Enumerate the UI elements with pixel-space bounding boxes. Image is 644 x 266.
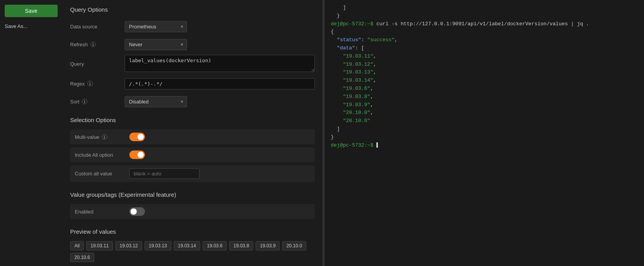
refresh-row: Refresh ℹ Never 5s 10s 30s 1m ▼ (70, 37, 315, 52)
preview-tag: 19.03.9 (256, 241, 280, 250)
query-input[interactable]: label_values(dockerVersion) (125, 55, 315, 72)
custom-all-input[interactable] (129, 168, 199, 179)
preview-tag: 20.10.0 (282, 241, 306, 250)
refresh-label: Refresh ℹ (70, 42, 125, 47)
terminal-line: ] (331, 4, 638, 12)
sort-info-icon[interactable]: ℹ (82, 99, 87, 104)
sort-row: Sort ℹ Disabled Alphabetical (asc) Alpha… (70, 94, 315, 109)
sidebar: Save Save As... (0, 0, 62, 266)
custom-all-row: Custom all value (70, 165, 315, 182)
include-all-thumb (138, 152, 144, 158)
refresh-select[interactable]: Never 5s 10s 30s 1m (125, 39, 187, 50)
terminal-line: "data": [ (331, 44, 638, 52)
data-source-select[interactable]: Prometheus InfluxDB Graphite (125, 21, 187, 32)
regex-control (125, 78, 315, 89)
terminal-line: "19.03.13", (331, 68, 638, 77)
terminal-line: "19.03.11", (331, 52, 638, 61)
sort-select[interactable]: Disabled Alphabetical (asc) Alphabetical… (125, 96, 187, 107)
refresh-select-wrapper: Never 5s 10s 30s 1m ▼ (125, 39, 187, 50)
preview-tags: All19.03.1119.03.1219.03.1319.03.1419.03… (70, 241, 315, 262)
terminal-line: dej@pc-5732:~$ ▌ (331, 142, 638, 150)
terminal-panel: ] }dej@pc-5732:~$ curl -s http://127.0.0… (325, 0, 644, 266)
selection-options-title: Selection Options (70, 117, 315, 123)
terminal-line: ] (331, 125, 638, 133)
terminal-line: "19.03.12", (331, 61, 638, 69)
multi-value-row: Multi-value ℹ (70, 130, 315, 144)
terminal-line: "19.03.14", (331, 77, 638, 85)
data-source-label: Data source (70, 24, 125, 30)
multi-value-label: Multi-value ℹ (75, 134, 129, 140)
include-all-row: Include All option (70, 147, 315, 162)
terminal-line: "status": "success", (331, 36, 638, 44)
multi-value-toggle[interactable] (129, 133, 145, 141)
preview-title: Preview of values (70, 228, 315, 235)
terminal-line: } (331, 133, 638, 142)
preview-tag: 19.03.11 (86, 241, 113, 250)
include-all-toggle[interactable] (129, 150, 145, 159)
preview-tag: 19.03.6 (203, 241, 227, 250)
terminal-line: "19.03.9", (331, 101, 638, 109)
value-groups-section: Value groups/tags (Experimental feature)… (70, 191, 315, 219)
preview-tag: 19.03.14 (174, 241, 201, 250)
regex-row: Regex ℹ (70, 76, 315, 91)
value-groups-title: Value groups/tags (Experimental feature) (70, 191, 315, 198)
query-options-title: Query Options (70, 6, 315, 13)
sort-select-wrapper: Disabled Alphabetical (asc) Alphabetical… (125, 96, 187, 107)
preview-tag: 19.03.8 (229, 241, 253, 250)
preview-tag: 19.03.12 (115, 241, 142, 250)
multi-value-info-icon[interactable]: ℹ (102, 134, 107, 140)
save-button[interactable]: Save (5, 5, 58, 17)
sort-label: Sort ℹ (70, 99, 125, 105)
value-groups-thumb (131, 208, 137, 215)
selection-options-section: Selection Options Multi-value ℹ Include … (70, 117, 315, 182)
custom-all-label: Custom all value (75, 171, 129, 177)
terminal-line: dej@pc-5732:~$ curl -s http://127.0.0.1:… (331, 20, 638, 28)
query-options-section: Query Options Data source Prometheus Inf… (70, 6, 315, 109)
value-groups-enabled-label: Enabled (75, 209, 129, 215)
terminal-line: } (331, 12, 638, 20)
data-source-control: Prometheus InfluxDB Graphite ▼ (125, 21, 315, 32)
terminal-line: "19.03.6", (331, 85, 638, 93)
refresh-info-icon[interactable]: ℹ (90, 42, 96, 47)
regex-input[interactable] (125, 78, 315, 89)
preview-section: Preview of values All19.03.1119.03.1219.… (70, 228, 315, 262)
data-source-select-wrapper: Prometheus InfluxDB Graphite ▼ (125, 21, 187, 32)
regex-label: Regex ℹ (70, 81, 125, 87)
regex-info-icon[interactable]: ℹ (87, 81, 93, 86)
query-control: label_values(dockerVersion) (125, 55, 315, 73)
terminal-line: { (331, 28, 638, 36)
main-content: Query Options Data source Prometheus Inf… (62, 0, 323, 266)
save-as-button[interactable]: Save As... (5, 20, 58, 32)
include-all-label: Include All option (75, 152, 129, 158)
multi-value-thumb (138, 134, 144, 140)
data-source-row: Data source Prometheus InfluxDB Graphite… (70, 19, 315, 34)
terminal-line: "20.10.0", (331, 109, 638, 117)
preview-tag: All (70, 241, 84, 250)
value-groups-toggle[interactable] (129, 207, 145, 216)
refresh-control: Never 5s 10s 30s 1m ▼ (125, 39, 315, 50)
sort-control: Disabled Alphabetical (asc) Alphabetical… (125, 96, 315, 107)
preview-tag: 20.10.6 (70, 253, 94, 262)
query-row: Query label_values(dockerVersion) (70, 55, 315, 73)
terminal-line: "20.10.6" (331, 117, 638, 125)
preview-tag: 19.03.13 (145, 241, 171, 250)
query-label: Query (70, 61, 125, 67)
terminal-line: "19.03.8", (331, 93, 638, 101)
value-groups-row: Enabled (70, 204, 315, 219)
